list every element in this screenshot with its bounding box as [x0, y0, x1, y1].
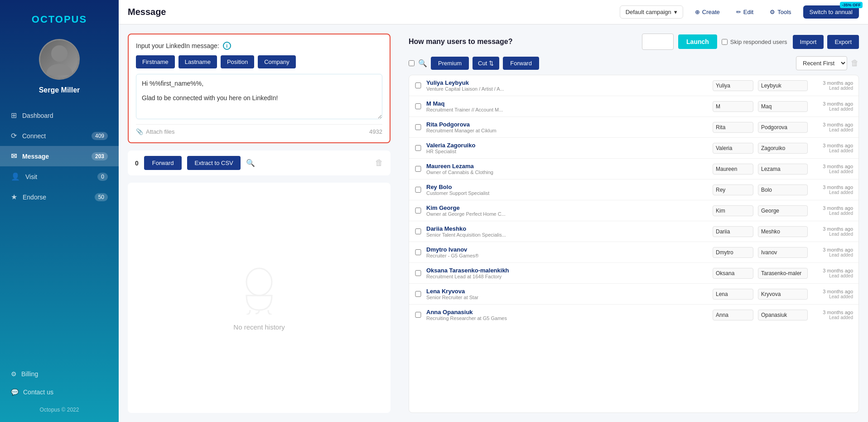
export-button[interactable]: Export	[827, 35, 859, 49]
user-checkbox[interactable]	[415, 291, 422, 297]
sidebar-logo: OCTOPUS	[32, 14, 87, 25]
user-checkbox[interactable]	[415, 166, 422, 172]
main-area: Message Default campaign ▾ ⊕ Create ✏ Ed…	[119, 0, 868, 422]
user-name: Dariia Meshko	[426, 225, 708, 232]
select-all-checkbox[interactable]	[409, 60, 415, 66]
user-firstname-input[interactable]	[713, 122, 753, 133]
user-firstname-input[interactable]	[713, 143, 753, 154]
user-checkbox[interactable]	[415, 187, 422, 193]
sidebar-item-message[interactable]: ✉ Message 203	[0, 146, 119, 166]
table-row: M Maq Recruitment Trainer // Account M..…	[409, 96, 858, 117]
user-checkbox[interactable]	[415, 208, 422, 213]
import-button[interactable]: Import	[793, 35, 824, 49]
svg-point-1	[47, 64, 72, 75]
sidebar-item-label: Endorse	[23, 194, 46, 201]
char-count: 4932	[369, 128, 382, 135]
position-tag-button[interactable]: Position	[221, 55, 254, 68]
edit-icon: ✏	[736, 9, 741, 15]
user-lastname-input[interactable]	[758, 268, 808, 279]
info-icon[interactable]: i	[223, 42, 231, 50]
attach-label[interactable]: 📎 Attach files	[136, 128, 175, 135]
user-lastname-input[interactable]	[758, 80, 808, 91]
table-row: Rita Podgorova Recruitment Manager at Ci…	[409, 117, 858, 138]
message-badge: 203	[92, 152, 108, 160]
campaign-label: Default campaign	[626, 9, 671, 15]
delete-icon[interactable]: 🗑	[375, 158, 383, 168]
user-lastname-input[interactable]	[758, 226, 808, 237]
user-lastname-input[interactable]	[758, 164, 808, 175]
user-checkbox[interactable]	[415, 312, 422, 318]
lastname-tag-button[interactable]: Lastname	[178, 55, 217, 68]
user-firstname-input[interactable]	[713, 164, 753, 175]
up-down-icon: ⇅	[489, 60, 494, 67]
user-lastname-input[interactable]	[758, 247, 808, 258]
premium-filter-button[interactable]: Premium	[431, 57, 469, 70]
attach-row: 📎 Attach files 4932	[136, 124, 382, 135]
user-lastname-input[interactable]	[758, 310, 808, 320]
user-lastname-input[interactable]	[758, 289, 808, 300]
user-lastname-input[interactable]	[758, 122, 808, 133]
edit-button[interactable]: ✏ Edit	[732, 6, 758, 18]
search-icon[interactable]: 🔍	[246, 159, 255, 167]
user-firstname-input[interactable]	[713, 226, 753, 237]
user-checkbox[interactable]	[415, 270, 422, 276]
sidebar-item-label: Visit	[25, 173, 37, 180]
user-firstname-input[interactable]	[713, 101, 753, 112]
filter-search-icon[interactable]: 🔍	[418, 59, 427, 68]
message-icon: ✉	[11, 152, 17, 160]
campaign-selector[interactable]: Default campaign ▾	[620, 5, 683, 19]
user-time: 3 months ago Lead added	[812, 164, 853, 174]
sort-select[interactable]: Recent First	[796, 56, 847, 70]
extract-csv-button[interactable]: Extract to CSV	[187, 156, 240, 170]
user-firstname-input[interactable]	[713, 205, 753, 216]
user-firstname-input[interactable]	[713, 247, 753, 258]
user-time: 3 months ago Lead added	[812, 205, 853, 216]
user-lastname-input[interactable]	[758, 184, 808, 195]
firstname-tag-button[interactable]: Firstname	[136, 55, 175, 68]
filter-delete-icon[interactable]: 🗑	[851, 58, 859, 68]
user-info: Lena Kryvova Senior Recruiter at Star	[426, 288, 708, 300]
billing-link[interactable]: ⚙ Billing	[0, 365, 119, 383]
user-firstname-input[interactable]	[713, 310, 753, 320]
sidebar-item-dashboard[interactable]: ⊞ Dashboard	[0, 105, 119, 126]
user-lastname-input[interactable]	[758, 205, 808, 216]
user-time: 3 months ago Lead added	[812, 289, 853, 299]
user-firstname-input[interactable]	[713, 289, 753, 300]
message-textarea[interactable]: Hi %%first_name%%, Glad to be connected …	[136, 74, 382, 119]
user-checkbox[interactable]	[415, 228, 422, 234]
sidebar-item-visit[interactable]: 👤 Visit 0	[0, 166, 119, 187]
top-header: Message Default campaign ▾ ⊕ Create ✏ Ed…	[119, 0, 868, 24]
sidebar-item-connect[interactable]: ⟳ Connect 409	[0, 126, 119, 146]
contact-link[interactable]: 💬 Contact us	[0, 383, 119, 401]
forward-button[interactable]: Forward	[144, 156, 182, 170]
user-firstname-input[interactable]	[713, 184, 753, 195]
gear-icon: ⚙	[770, 9, 775, 15]
user-firstname-input[interactable]	[713, 268, 753, 279]
user-info: Dmytro Ivanov Recruiter - G5 Games®	[426, 246, 708, 258]
import-export-area: Import Export	[793, 35, 859, 49]
user-firstname-input[interactable]	[713, 80, 753, 91]
switch-annual-button[interactable]: -35% OFF Switch to annual	[803, 5, 859, 19]
table-row: Lena Kryvova Senior Recruiter at Star 3 …	[409, 284, 858, 305]
create-button[interactable]: ⊕ Create	[690, 6, 724, 18]
forward-filter-button[interactable]: Forward	[503, 57, 539, 70]
company-tag-button[interactable]: Company	[258, 55, 296, 68]
skip-label[interactable]: Skip responded users	[722, 39, 787, 45]
user-checkbox[interactable]	[415, 145, 422, 151]
user-lastname-input[interactable]	[758, 101, 808, 112]
endorse-icon: ★	[11, 193, 17, 201]
user-checkbox[interactable]	[415, 82, 422, 88]
user-info: M Maq Recruitment Trainer // Account M..…	[426, 100, 708, 112]
tools-button[interactable]: ⚙ Tools	[765, 6, 796, 18]
user-checkbox[interactable]	[415, 249, 422, 255]
launch-button[interactable]: Launch	[678, 34, 717, 49]
user-checkbox[interactable]	[415, 124, 422, 130]
sidebar-item-endorse[interactable]: ★ Endorse 50	[0, 187, 119, 207]
user-info: Kim George Owner at George Perfect Home …	[426, 204, 708, 217]
user-count-input[interactable]	[642, 34, 674, 50]
skip-checkbox[interactable]	[722, 39, 728, 45]
cut-button[interactable]: Cut ⇅	[473, 57, 499, 70]
user-checkbox[interactable]	[415, 103, 422, 109]
launch-area: Launch Skip responded users	[642, 34, 787, 50]
user-lastname-input[interactable]	[758, 143, 808, 154]
